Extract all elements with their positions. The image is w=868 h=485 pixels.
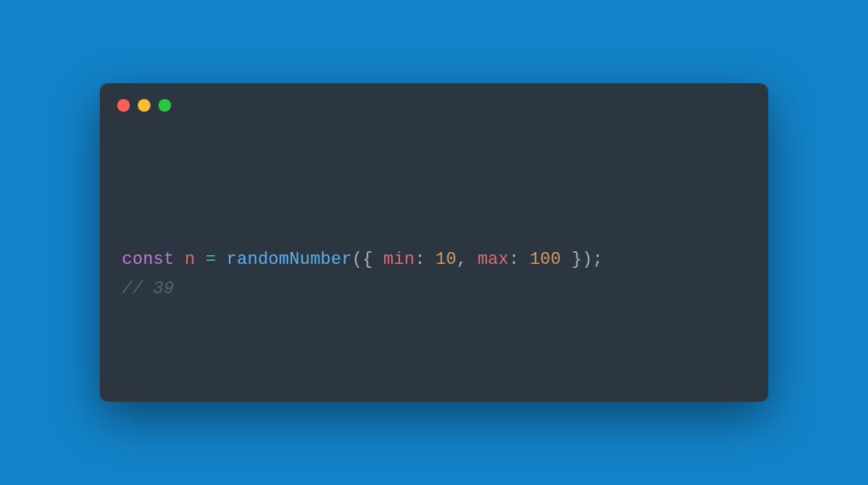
property-max: max <box>478 250 509 269</box>
brace-close: } <box>572 250 582 269</box>
colon: : <box>415 250 425 269</box>
property-min: min <box>383 250 415 269</box>
identifier-n: n <box>185 250 195 269</box>
number-min: 10 <box>436 250 456 269</box>
close-icon[interactable] <box>117 99 130 112</box>
paren-open: ( <box>352 250 362 269</box>
zoom-icon[interactable] <box>158 99 171 112</box>
window-titlebar <box>100 83 768 128</box>
code-window: const n = randomNumber({ min: 10, max: 1… <box>100 83 768 402</box>
minimize-icon[interactable] <box>138 99 150 112</box>
paren-close: ) <box>582 250 592 269</box>
number-max: 100 <box>530 250 562 269</box>
comment: // 39 <box>122 279 174 298</box>
code-line-1: const n = randomNumber({ min: 10, max: 1… <box>122 245 746 274</box>
keyword-const: const <box>122 250 174 269</box>
operator-equals: = <box>206 250 216 269</box>
semicolon: ; <box>592 250 603 269</box>
code-line-2: // 39 <box>122 274 746 304</box>
colon: : <box>509 250 520 269</box>
comma: , <box>457 250 467 269</box>
code-editor[interactable]: const n = randomNumber({ min: 10, max: 1… <box>100 128 768 303</box>
brace-open: { <box>363 250 373 269</box>
function-call: randomNumber <box>227 250 352 269</box>
